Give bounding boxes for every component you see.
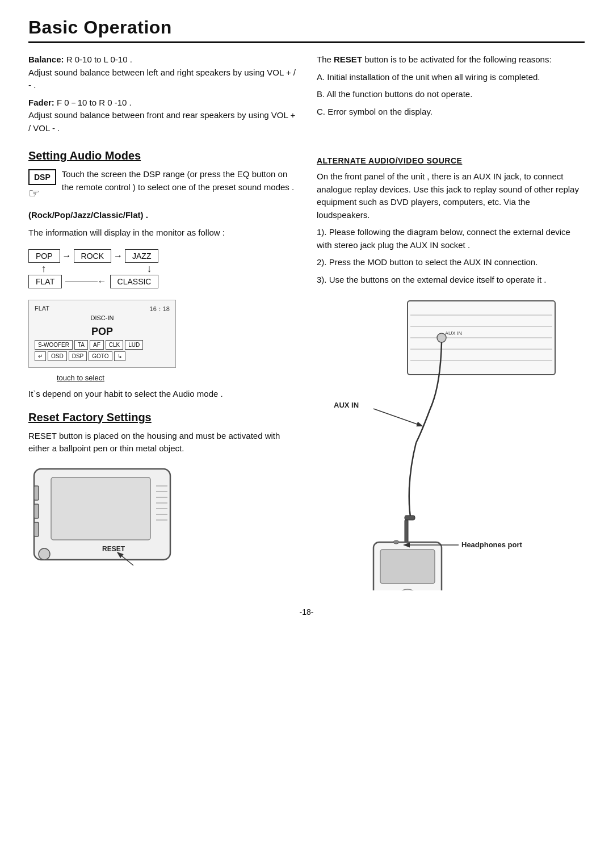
btn-exit: ↳ — [114, 351, 125, 361]
svg-rect-31 — [380, 550, 435, 584]
svg-rect-4 — [34, 522, 39, 536]
hand-icon: ☞ — [28, 186, 56, 201]
svg-rect-1 — [51, 477, 150, 540]
dsp-block: DSP ☞ Touch the screen the DSP range (or… — [28, 168, 296, 201]
display-mockup: FLAT 16：18 DISC-IN POP S-WOOFER TA AF CL… — [28, 300, 176, 368]
reason-b: B. All the function buttons do not opera… — [317, 88, 585, 101]
display-top-row: FLAT 16：18 — [35, 305, 170, 313]
left-main-col: Setting Audio Modes DSP ☞ Touch the scre… — [28, 149, 296, 590]
page-number: -18- — [28, 607, 585, 617]
balance-para: Balance: R 0-10 to L 0-10 . Adjust sound… — [28, 53, 296, 92]
btn-osd: OSD — [48, 351, 67, 361]
reason-a: A. Initial installation of the unit when… — [317, 71, 585, 84]
display-flat-label: FLAT — [35, 305, 49, 313]
flow-pop: POP — [28, 249, 60, 263]
btn-af: AF — [90, 340, 104, 350]
reason-c: C. Error symbol on the display. — [317, 106, 585, 119]
svg-text:AUX IN: AUX IN — [445, 330, 462, 336]
svg-text:AUX IN: AUX IN — [334, 401, 359, 409]
top-section: Balance: R 0-10 to L 0-10 . Adjust sound… — [28, 53, 585, 139]
setting-audio-heading: Setting Audio Modes — [28, 149, 296, 162]
svg-rect-29 — [405, 520, 408, 543]
reset-intro-para: The RESET button is to be activated for … — [317, 53, 585, 66]
right-top-col: The RESET button is to be activated for … — [317, 53, 585, 139]
svg-point-5 — [39, 548, 50, 560]
svg-text:RESET: RESET — [102, 545, 125, 553]
title-divider — [28, 41, 585, 43]
reset-device-svg: RESET — [28, 463, 176, 571]
alt-para1: On the front panel of the unit , there i… — [317, 170, 585, 221]
svg-text:Headphones port: Headphones port — [461, 540, 523, 549]
flow-diagram: POP → ROCK → JAZZ ↑ ↓ FLAT ← CLASSIC — [28, 249, 158, 288]
alt-para2: 1). Please following the diagram below, … — [317, 226, 585, 251]
alt-source-heading: ALTERNATE AUDIO/VIDEO SOURCE — [317, 155, 585, 167]
right-main-col: ALTERNATE AUDIO/VIDEO SOURCE On the fron… — [317, 149, 585, 590]
flow-rock: ROCK — [74, 249, 111, 263]
btn-ta: TA — [74, 340, 88, 350]
balance-label: Balance: — [28, 54, 64, 64]
balance-desc: Adjust sound balance between left and ri… — [28, 68, 296, 90]
btn-enter: ↵ — [35, 351, 46, 361]
flow-classic: CLASSIC — [110, 275, 159, 288]
display-time: 16：18 — [150, 305, 170, 313]
down-arrow: ↓ — [146, 263, 152, 275]
left-arrow: ← — [98, 276, 107, 287]
fader-para: Fader: F 0－10 to R 0 -10 . Adjust sound … — [28, 97, 296, 135]
flow-flat: FLAT — [28, 275, 62, 288]
rock-pop-desc: The information will display in the moni… — [28, 227, 296, 240]
display-buttons-row1: S-WOOFER TA AF CLK LUD — [35, 340, 170, 350]
alt-para4: 3). Use the buttons on the external devi… — [317, 274, 585, 287]
left-top-col: Balance: R 0-10 to L 0-10 . Adjust sound… — [28, 53, 296, 139]
dsp-text: Touch the screen the DSP range (or press… — [62, 168, 296, 194]
svg-line-24 — [373, 409, 422, 426]
flow-row-2: FLAT ← CLASSIC — [28, 275, 158, 288]
btn-dsp: DSP — [69, 351, 87, 361]
btn-clk: CLK — [106, 340, 123, 350]
flat-line: ← — [62, 276, 110, 287]
aux-diagram-container: AUX IN AUX IN — [317, 295, 585, 590]
reset-factory-heading: Reset Factory Settings — [28, 411, 296, 424]
up-arrow: ↑ — [35, 263, 52, 275]
flow-arrows-mid: ↑ ↓ — [28, 263, 158, 275]
fader-range: F 0－10 to R 0 -10 . — [57, 98, 132, 107]
display-disc: DISC-IN — [35, 315, 170, 321]
svg-rect-3 — [34, 504, 39, 518]
arrow-pop-rock: → — [62, 251, 72, 261]
arrow-rock-jazz: → — [114, 251, 123, 261]
rock-pop-label: (Rock/Pop/Jazz/Classic/Flat) . — [28, 209, 296, 222]
fader-label: Fader: — [28, 98, 54, 107]
display-buttons-row2: ↵ OSD DSP GOTO ↳ — [35, 351, 170, 361]
dsp-box: DSP — [28, 169, 56, 185]
reset-device-container: RESET — [28, 463, 296, 571]
btn-swoofer: S-WOOFER — [35, 340, 73, 350]
aux-diagram-svg: AUX IN AUX IN — [317, 295, 578, 590]
flow-jazz: JAZZ — [125, 249, 158, 263]
reset-bold: RESET — [334, 54, 362, 64]
page-title: Basic Operation — [28, 17, 585, 38]
balance-range: R 0-10 to L 0-10 . — [66, 54, 132, 64]
main-section: Setting Audio Modes DSP ☞ Touch the scre… — [28, 149, 585, 590]
svg-rect-2 — [34, 486, 39, 500]
alt-para3: 2). Press the MOD button to select the A… — [317, 256, 585, 269]
svg-point-34 — [393, 540, 399, 544]
svg-rect-28 — [405, 515, 415, 520]
fader-desc: Adjust sound balance between front and r… — [28, 110, 295, 133]
flow-row-1: POP → ROCK → JAZZ — [28, 249, 158, 263]
alt-source-section: ALTERNATE AUDIO/VIDEO SOURCE On the fron… — [317, 155, 585, 286]
reset-factory-desc: RESET button is placed on the housing an… — [28, 430, 296, 455]
touch-to-select: touch to select — [57, 374, 296, 382]
display-pop: POP — [35, 326, 170, 338]
btn-goto: GOTO — [89, 351, 112, 361]
btn-lud: LUD — [125, 340, 143, 350]
habit-text: It`s depend on your habit to select the … — [28, 388, 296, 401]
